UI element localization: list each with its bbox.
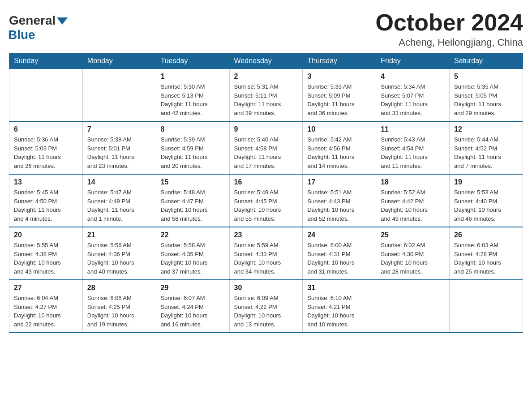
calendar-cell: 30Sunrise: 6:09 AMSunset: 4:22 PMDayligh… [229,280,303,333]
week-row-3: 20Sunrise: 5:55 AMSunset: 4:38 PMDayligh… [9,227,523,280]
week-row-4: 27Sunrise: 6:04 AMSunset: 4:27 PMDayligh… [9,280,523,333]
calendar-cell: 11Sunrise: 5:43 AMSunset: 4:54 PMDayligh… [376,121,450,174]
day-header-wednesday: Wednesday [229,53,303,69]
calendar-cell: 5Sunrise: 5:35 AMSunset: 5:05 PMDaylight… [450,69,523,122]
day-info: Sunrise: 5:33 AMSunset: 5:09 PMDaylight:… [307,82,371,117]
day-info: Sunrise: 5:59 AMSunset: 4:33 PMDaylight:… [234,241,298,276]
day-info: Sunrise: 5:55 AMSunset: 4:38 PMDaylight:… [14,241,78,276]
day-number: 16 [234,178,298,186]
calendar-cell: 13Sunrise: 5:45 AMSunset: 4:50 PMDayligh… [9,174,83,227]
day-number: 24 [307,231,371,239]
calendar-cell: 4Sunrise: 5:34 AMSunset: 5:07 PMDaylight… [376,69,450,122]
calendar-cell: 28Sunrise: 6:06 AMSunset: 4:25 PMDayligh… [82,280,156,333]
calendar-cell: 25Sunrise: 6:02 AMSunset: 4:30 PMDayligh… [376,227,450,280]
calendar-cell: 31Sunrise: 6:10 AMSunset: 4:21 PMDayligh… [303,280,376,333]
day-number: 5 [454,73,518,81]
day-info: Sunrise: 5:43 AMSunset: 4:54 PMDaylight:… [381,135,445,170]
day-number: 10 [307,125,371,133]
day-number: 9 [234,125,298,133]
day-info: Sunrise: 6:06 AMSunset: 4:25 PMDaylight:… [87,294,151,329]
day-number: 23 [234,231,298,239]
calendar-cell: 24Sunrise: 6:00 AMSunset: 4:31 PMDayligh… [303,227,376,280]
calendar-cell: 22Sunrise: 5:58 AMSunset: 4:35 PMDayligh… [156,227,229,280]
day-info: Sunrise: 5:56 AMSunset: 4:36 PMDaylight:… [87,241,151,276]
day-number: 19 [454,178,518,186]
calendar-cell: 15Sunrise: 5:48 AMSunset: 4:47 PMDayligh… [156,174,229,227]
day-header-saturday: Saturday [450,53,523,69]
calendar-cell: 10Sunrise: 5:42 AMSunset: 4:56 PMDayligh… [303,121,376,174]
day-info: Sunrise: 5:44 AMSunset: 4:52 PMDaylight:… [454,135,518,170]
day-number: 30 [234,284,298,292]
calendar-cell [376,280,450,333]
calendar-cell: 20Sunrise: 5:55 AMSunset: 4:38 PMDayligh… [9,227,83,280]
day-info: Sunrise: 6:07 AMSunset: 4:24 PMDaylight:… [161,294,225,329]
day-number: 14 [87,178,151,186]
day-number: 17 [307,178,371,186]
day-header-tuesday: Tuesday [156,53,229,69]
calendar-table: SundayMondayTuesdayWednesdayThursdayFrid… [9,53,523,333]
logo: General Blue [9,13,68,42]
day-number: 7 [87,125,151,133]
header-row: SundayMondayTuesdayWednesdayThursdayFrid… [9,53,523,69]
day-number: 29 [161,284,225,292]
week-row-1: 6Sunrise: 5:36 AMSunset: 5:03 PMDaylight… [9,121,523,174]
calendar-cell: 9Sunrise: 5:40 AMSunset: 4:58 PMDaylight… [229,121,303,174]
location: Acheng, Heilongjiang, China [376,37,523,48]
day-info: Sunrise: 5:53 AMSunset: 4:40 PMDaylight:… [454,188,518,223]
calendar-cell [82,69,156,122]
logo-general: General [9,13,56,28]
week-row-2: 13Sunrise: 5:45 AMSunset: 4:50 PMDayligh… [9,174,523,227]
calendar-cell: 26Sunrise: 6:03 AMSunset: 4:28 PMDayligh… [450,227,523,280]
day-number: 11 [381,125,445,133]
day-info: Sunrise: 5:40 AMSunset: 4:58 PMDaylight:… [234,135,298,170]
calendar-cell: 12Sunrise: 5:44 AMSunset: 4:52 PMDayligh… [450,121,523,174]
day-number: 3 [307,73,371,81]
day-number: 22 [161,231,225,239]
day-info: Sunrise: 5:42 AMSunset: 4:56 PMDaylight:… [307,135,371,170]
day-number: 28 [87,284,151,292]
day-info: Sunrise: 6:04 AMSunset: 4:27 PMDaylight:… [14,294,78,329]
day-info: Sunrise: 5:30 AMSunset: 5:13 PMDaylight:… [161,82,225,117]
day-info: Sunrise: 6:10 AMSunset: 4:21 PMDaylight:… [307,294,371,329]
calendar-cell: 17Sunrise: 5:51 AMSunset: 4:43 PMDayligh… [303,174,376,227]
day-number: 12 [454,125,518,133]
day-info: Sunrise: 5:45 AMSunset: 4:50 PMDaylight:… [14,188,78,223]
day-info: Sunrise: 5:31 AMSunset: 5:11 PMDaylight:… [234,82,298,117]
calendar-cell: 23Sunrise: 5:59 AMSunset: 4:33 PMDayligh… [229,227,303,280]
calendar-cell: 2Sunrise: 5:31 AMSunset: 5:11 PMDaylight… [229,69,303,122]
day-info: Sunrise: 6:00 AMSunset: 4:31 PMDaylight:… [307,241,371,276]
calendar-cell: 8Sunrise: 5:39 AMSunset: 4:59 PMDaylight… [156,121,229,174]
day-header-sunday: Sunday [9,53,83,69]
day-info: Sunrise: 6:02 AMSunset: 4:30 PMDaylight:… [381,241,445,276]
day-info: Sunrise: 5:39 AMSunset: 4:59 PMDaylight:… [161,135,225,170]
day-info: Sunrise: 5:49 AMSunset: 4:45 PMDaylight:… [234,188,298,223]
page-header: General Blue October 2024 Acheng, Heilon… [9,9,523,48]
day-number: 31 [307,284,371,292]
calendar-cell: 19Sunrise: 5:53 AMSunset: 4:40 PMDayligh… [450,174,523,227]
logo-blue: Blue [8,28,35,42]
calendar-cell: 6Sunrise: 5:36 AMSunset: 5:03 PMDaylight… [9,121,83,174]
day-info: Sunrise: 5:58 AMSunset: 4:35 PMDaylight:… [161,241,225,276]
day-header-friday: Friday [376,53,450,69]
day-number: 26 [454,231,518,239]
day-info: Sunrise: 5:36 AMSunset: 5:03 PMDaylight:… [14,135,78,170]
day-number: 1 [161,73,225,81]
day-info: Sunrise: 5:38 AMSunset: 5:01 PMDaylight:… [87,135,151,170]
day-info: Sunrise: 5:52 AMSunset: 4:42 PMDaylight:… [381,188,445,223]
day-number: 2 [234,73,298,81]
calendar-cell: 16Sunrise: 5:49 AMSunset: 4:45 PMDayligh… [229,174,303,227]
day-info: Sunrise: 5:34 AMSunset: 5:07 PMDaylight:… [381,82,445,117]
calendar-cell: 3Sunrise: 5:33 AMSunset: 5:09 PMDaylight… [303,69,376,122]
day-number: 21 [87,231,151,239]
calendar-cell: 7Sunrise: 5:38 AMSunset: 5:01 PMDaylight… [82,121,156,174]
calendar-cell: 29Sunrise: 6:07 AMSunset: 4:24 PMDayligh… [156,280,229,333]
day-number: 18 [381,178,445,186]
calendar-cell [450,280,523,333]
day-info: Sunrise: 5:48 AMSunset: 4:47 PMDaylight:… [161,188,225,223]
calendar-cell: 14Sunrise: 5:47 AMSunset: 4:49 PMDayligh… [82,174,156,227]
day-info: Sunrise: 6:09 AMSunset: 4:22 PMDaylight:… [234,294,298,329]
day-header-thursday: Thursday [303,53,376,69]
week-row-0: 1Sunrise: 5:30 AMSunset: 5:13 PMDaylight… [9,69,523,122]
calendar-cell: 21Sunrise: 5:56 AMSunset: 4:36 PMDayligh… [82,227,156,280]
month-title: October 2024 [376,9,523,36]
